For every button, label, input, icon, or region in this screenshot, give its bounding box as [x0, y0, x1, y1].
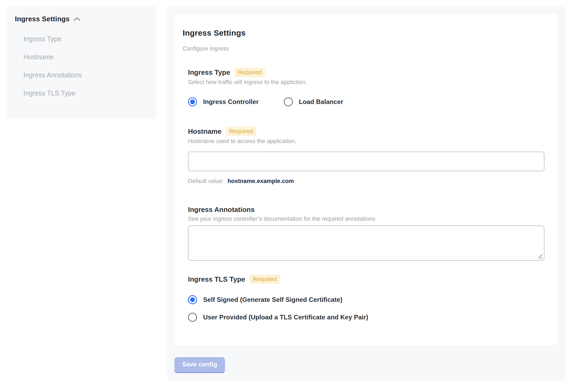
sidebar-item-hostname[interactable]: Hostname [23, 53, 148, 61]
hostname-default-value: hostname.example.com [228, 178, 294, 184]
ingress-annotations-textarea[interactable] [188, 226, 544, 261]
ingress-annotations-label: Ingress Annotations [188, 205, 255, 214]
main-panel: Ingress Settings Configure Ingress Ingre… [167, 6, 566, 381]
radio-unselected-icon[interactable] [188, 313, 197, 322]
radio-selected-icon[interactable] [188, 295, 197, 304]
hostname-helper-prefix: Default value: [188, 178, 224, 184]
sidebar-nav: Ingress Type Hostname Ingress Annotation… [15, 35, 148, 97]
radio-label: Ingress Controller [203, 98, 259, 106]
ingress-type-label: Ingress Type [188, 68, 230, 77]
required-badge: Required [249, 274, 280, 284]
hostname-description: Hostname used to access the application. [188, 138, 544, 145]
sidebar-item-ingress-tls-type[interactable]: Ingress TLS Type [23, 89, 148, 97]
sidebar-section-title: Ingress Settings [15, 15, 69, 23]
sidebar: Ingress Settings Ingress Type Hostname I… [7, 6, 156, 119]
radio-label: User Provided (Upload a TLS Certificate … [203, 314, 368, 321]
radio-option-self-signed[interactable]: Self Signed (Generate Self Signed Certif… [188, 295, 544, 304]
field-ingress-annotations: Ingress Annotations See your ingress con… [188, 205, 544, 261]
chevron-up-icon [73, 17, 81, 22]
tls-type-radio-group: Self Signed (Generate Self Signed Certif… [188, 295, 544, 322]
ingress-tls-type-label: Ingress TLS Type [188, 275, 245, 283]
hostname-input[interactable] [188, 152, 544, 171]
radio-selected-icon[interactable] [188, 97, 197, 106]
sidebar-section-toggle[interactable]: Ingress Settings [15, 15, 148, 23]
page-title: Ingress Settings [183, 28, 544, 38]
hostname-label: Hostname [188, 127, 222, 136]
required-badge: Required [226, 127, 256, 136]
ingress-annotations-description: See your ingress controller’s documentat… [188, 215, 544, 222]
page-subtitle: Configure Ingress [183, 45, 544, 52]
ingress-type-description: Select how traffic will ingress to the a… [188, 79, 544, 86]
field-hostname: Hostname Required Hostname used to acces… [188, 127, 544, 185]
hostname-helper: Default value: hostname.example.com [188, 178, 544, 185]
sidebar-item-ingress-type[interactable]: Ingress Type [23, 35, 148, 43]
radio-label: Self Signed (Generate Self Signed Certif… [203, 296, 342, 303]
page: Ingress Settings Ingress Type Hostname I… [0, 0, 574, 392]
field-ingress-type: Ingress Type Required Select how traffic… [188, 68, 544, 106]
ingress-type-radio-group: Ingress Controller Load Balancer [188, 97, 544, 106]
radio-option-user-provided[interactable]: User Provided (Upload a TLS Certificate … [188, 313, 544, 322]
radio-option-load-balancer[interactable]: Load Balancer [284, 97, 343, 106]
field-ingress-tls-type: Ingress TLS Type Required Self Signed (G… [188, 274, 544, 322]
required-badge: Required [234, 68, 265, 77]
form-fields: Ingress Type Required Select how traffic… [188, 68, 544, 322]
resize-handle-icon[interactable] [537, 253, 543, 259]
ingress-settings-card: Ingress Settings Configure Ingress Ingre… [174, 14, 558, 345]
radio-unselected-icon[interactable] [284, 97, 293, 106]
save-config-button[interactable]: Save config [174, 357, 225, 373]
sidebar-item-ingress-annotations[interactable]: Ingress Annotations [23, 71, 148, 79]
radio-option-ingress-controller[interactable]: Ingress Controller [188, 97, 259, 106]
radio-label: Load Balancer [299, 98, 343, 106]
